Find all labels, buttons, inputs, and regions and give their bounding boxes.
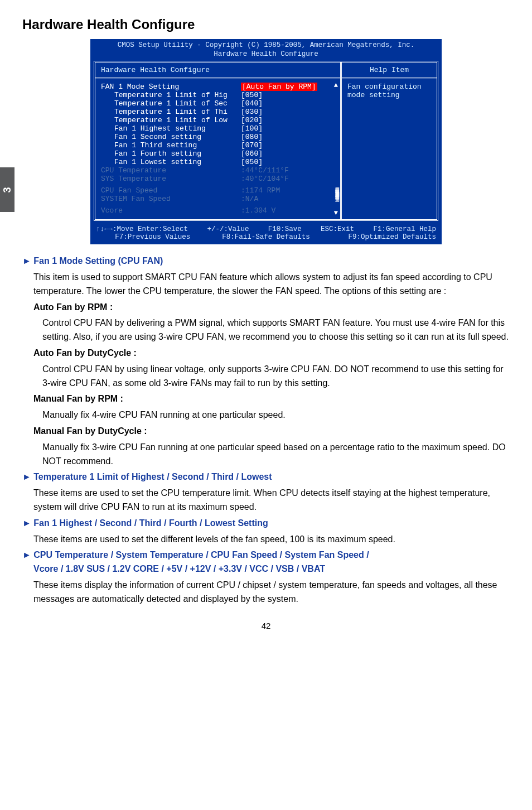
bios-row-label: Vcore (101, 206, 241, 215)
section-paragraph: These items display the information of c… (22, 578, 510, 606)
chapter-tab: 3 (0, 167, 14, 212)
bios-row-value[interactable]: [060] (241, 150, 336, 158)
bios-row-label: SYSTEM Fan Speed (101, 195, 241, 203)
bios-key-hint: ↑↓←→:Move Enter:Select (96, 225, 188, 233)
bios-key-hint: F8:Fail-Safe Defaults (209, 233, 322, 241)
sub-paragraph: Manually fix 3-wire CPU Fan running at o… (22, 441, 510, 469)
scroll-thumb-icon[interactable]: ▓▓▓▓ (335, 190, 338, 200)
bios-row-label[interactable]: Fan 1 Lowest setting (101, 158, 241, 166)
bios-row-value: :40°C/104°F (241, 175, 336, 183)
bios-row-label: CPU Fan Speed (101, 186, 241, 195)
page-title: Hardware Health Configure (22, 17, 510, 32)
section-paragraph: These items are used to set the differen… (22, 533, 510, 547)
bios-row-value: :44°C/111°F (241, 166, 336, 175)
sub-paragraph: Control CPU FAN by using linear voltage,… (22, 363, 510, 390)
bios-row-value[interactable]: [030] (241, 108, 336, 116)
bios-screenshot: CMOS Setup Utility - Copyright (C) 1985-… (90, 39, 442, 244)
bios-row-value[interactable]: [050] (241, 91, 336, 99)
bios-key-hint: F1:General Help (373, 225, 436, 233)
bios-key-hint: F10:Save (268, 225, 302, 233)
bios-row-label[interactable]: Temperature 1 Limit of Hig (101, 91, 241, 99)
bios-row-value: :1.304 V (241, 206, 336, 215)
bios-row-label[interactable]: Temperature 1 Limit of Low (101, 116, 241, 124)
section-paragraph: This item is used to support SMART CPU F… (22, 271, 510, 298)
bios-help-title: Help Item (342, 62, 437, 79)
bios-row-value[interactable]: [Auto Fan by RPM] (241, 83, 317, 91)
bios-key-hint: F7:Previous Values (96, 233, 209, 241)
section-heading: ► Fan 1 Highest / Second / Third / Fourt… (22, 517, 510, 531)
bios-help-line: mode setting (347, 91, 431, 99)
bios-key-hint: +/-/:Value (207, 225, 249, 233)
bios-row-label[interactable]: Fan 1 Third setting (101, 141, 241, 150)
scroll-up-icon[interactable]: ▲ (334, 81, 338, 89)
chapter-number: 3 (1, 187, 13, 192)
description-body: ► Fan 1 Mode Setting (CPU FAN) This item… (22, 254, 510, 606)
bios-row-label[interactable]: Fan 1 Fourth setting (101, 150, 241, 158)
bios-row-value[interactable]: [080] (241, 133, 336, 141)
bios-row-label: SYS Temperature (101, 175, 241, 183)
bios-row-label[interactable]: Temperature 1 Limit of Thi (101, 108, 241, 116)
sub-heading: Manual Fan by DutyCycle : (22, 425, 510, 438)
bios-footer: ↑↓←→:Move Enter:Select +/-/:Value F10:Sa… (90, 223, 442, 244)
bios-header-top: CMOS Setup Utility - Copyright (C) 1985-… (94, 41, 438, 50)
bios-row-label[interactable]: Temperature 1 Limit of Sec (101, 99, 241, 108)
bios-help-line: Fan configuration (347, 83, 431, 91)
bios-key-hint: F9:Optimized Defaults (323, 233, 436, 241)
bios-row-label[interactable]: FAN 1 Mode Setting (101, 83, 241, 91)
page-number: 42 (22, 621, 510, 630)
sub-heading: Manual Fan by RPM : (22, 392, 510, 406)
section-heading: ► CPU Temperature / System Temperature /… (22, 548, 510, 562)
bios-row-label[interactable]: Fan 1 Second setting (101, 133, 241, 141)
sub-paragraph: Manually fix 4-wire CPU FAN running at o… (22, 408, 510, 422)
section-paragraph: These items are used to set the CPU temp… (22, 486, 510, 514)
bios-row-value[interactable]: [040] (241, 99, 336, 108)
section-heading: ► Temperature 1 Limit of Highest / Secon… (22, 470, 510, 484)
section-heading: ► Fan 1 Mode Setting (CPU FAN) (22, 254, 510, 268)
bios-row-value[interactable]: [070] (241, 141, 336, 150)
bios-left-title: Hardware Health Configure (95, 62, 340, 79)
bios-row-value[interactable]: [100] (241, 124, 336, 133)
scroll-down-icon[interactable]: ▼ (334, 209, 338, 217)
bios-row-value: :N/A (241, 195, 336, 203)
sub-heading: Auto Fan by DutyCycle : (22, 346, 510, 360)
bios-row-label: CPU Temperature (101, 166, 241, 175)
sub-paragraph: Control CPU FAN by delivering a PWM sign… (22, 316, 510, 344)
bios-row-value: :1174 RPM (241, 186, 336, 195)
section-heading-line2: Vcore / 1.8V SUS / 1.2V CORE / +5V / +12… (22, 562, 510, 576)
bios-row-label[interactable]: Fan 1 Highest setting (101, 124, 241, 133)
bios-key-hint: ESC:Exit (321, 225, 354, 233)
sub-heading: Auto Fan by RPM : (22, 301, 510, 315)
bios-row-value[interactable]: [050] (241, 158, 336, 166)
bios-header-sub: Hardware Health Configure (94, 50, 438, 59)
bios-row-value[interactable]: [020] (241, 116, 336, 124)
